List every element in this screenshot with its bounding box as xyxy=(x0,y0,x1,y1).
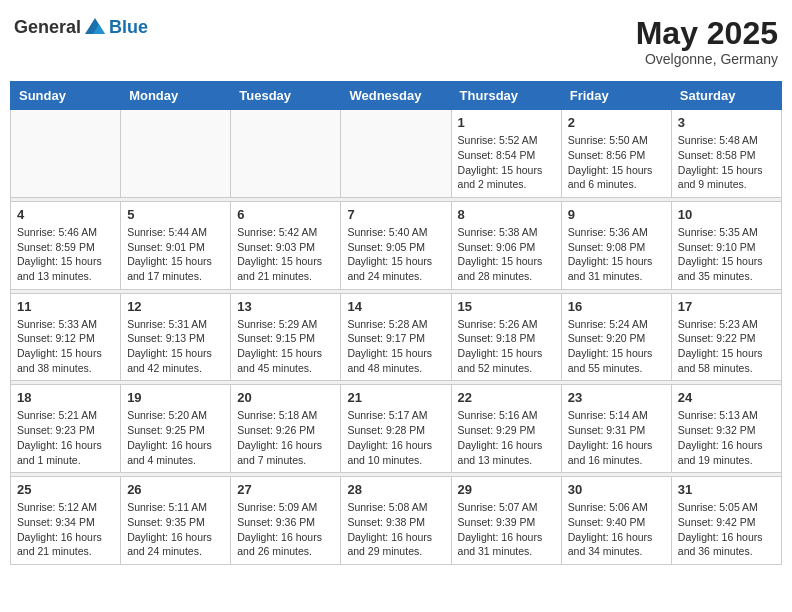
table-row: 30Sunrise: 5:06 AMSunset: 9:40 PMDayligh… xyxy=(561,477,671,565)
day-number: 2 xyxy=(568,115,665,130)
day-number: 17 xyxy=(678,299,775,314)
day-number: 26 xyxy=(127,482,224,497)
header-sunday: Sunday xyxy=(11,82,121,110)
calendar-page: General Blue May 2025 Ovelgonne, Germany… xyxy=(10,10,782,565)
day-number: 6 xyxy=(237,207,334,222)
day-info: Sunrise: 5:13 AMSunset: 9:32 PMDaylight:… xyxy=(678,408,775,467)
day-info: Sunrise: 5:07 AMSunset: 9:39 PMDaylight:… xyxy=(458,500,555,559)
day-number: 27 xyxy=(237,482,334,497)
header-tuesday: Tuesday xyxy=(231,82,341,110)
day-number: 7 xyxy=(347,207,444,222)
table-row: 5Sunrise: 5:44 AMSunset: 9:01 PMDaylight… xyxy=(121,201,231,289)
day-number: 1 xyxy=(458,115,555,130)
day-number: 25 xyxy=(17,482,114,497)
logo-icon xyxy=(83,16,107,38)
table-row: 6Sunrise: 5:42 AMSunset: 9:03 PMDaylight… xyxy=(231,201,341,289)
day-number: 13 xyxy=(237,299,334,314)
day-info: Sunrise: 5:24 AMSunset: 9:20 PMDaylight:… xyxy=(568,317,665,376)
day-number: 23 xyxy=(568,390,665,405)
table-row: 4Sunrise: 5:46 AMSunset: 8:59 PMDaylight… xyxy=(11,201,121,289)
day-info: Sunrise: 5:40 AMSunset: 9:05 PMDaylight:… xyxy=(347,225,444,284)
day-info: Sunrise: 5:35 AMSunset: 9:10 PMDaylight:… xyxy=(678,225,775,284)
week-row-4: 18Sunrise: 5:21 AMSunset: 9:23 PMDayligh… xyxy=(11,385,782,473)
day-info: Sunrise: 5:50 AMSunset: 8:56 PMDaylight:… xyxy=(568,133,665,192)
day-number: 20 xyxy=(237,390,334,405)
table-row: 20Sunrise: 5:18 AMSunset: 9:26 PMDayligh… xyxy=(231,385,341,473)
table-row: 9Sunrise: 5:36 AMSunset: 9:08 PMDaylight… xyxy=(561,201,671,289)
logo: General Blue xyxy=(14,16,148,38)
day-number: 14 xyxy=(347,299,444,314)
day-info: Sunrise: 5:31 AMSunset: 9:13 PMDaylight:… xyxy=(127,317,224,376)
table-row: 2Sunrise: 5:50 AMSunset: 8:56 PMDaylight… xyxy=(561,110,671,198)
day-info: Sunrise: 5:21 AMSunset: 9:23 PMDaylight:… xyxy=(17,408,114,467)
table-row: 25Sunrise: 5:12 AMSunset: 9:34 PMDayligh… xyxy=(11,477,121,565)
day-number: 16 xyxy=(568,299,665,314)
header-saturday: Saturday xyxy=(671,82,781,110)
day-number: 19 xyxy=(127,390,224,405)
day-info: Sunrise: 5:09 AMSunset: 9:36 PMDaylight:… xyxy=(237,500,334,559)
header-wednesday: Wednesday xyxy=(341,82,451,110)
page-header: General Blue May 2025 Ovelgonne, Germany xyxy=(10,10,782,73)
day-info: Sunrise: 5:06 AMSunset: 9:40 PMDaylight:… xyxy=(568,500,665,559)
day-number: 4 xyxy=(17,207,114,222)
title-area: May 2025 Ovelgonne, Germany xyxy=(636,16,778,67)
day-number: 11 xyxy=(17,299,114,314)
day-info: Sunrise: 5:44 AMSunset: 9:01 PMDaylight:… xyxy=(127,225,224,284)
day-info: Sunrise: 5:05 AMSunset: 9:42 PMDaylight:… xyxy=(678,500,775,559)
day-number: 30 xyxy=(568,482,665,497)
table-row: 14Sunrise: 5:28 AMSunset: 9:17 PMDayligh… xyxy=(341,293,451,381)
day-number: 3 xyxy=(678,115,775,130)
day-number: 31 xyxy=(678,482,775,497)
day-info: Sunrise: 5:20 AMSunset: 9:25 PMDaylight:… xyxy=(127,408,224,467)
day-number: 28 xyxy=(347,482,444,497)
day-number: 12 xyxy=(127,299,224,314)
table-row xyxy=(231,110,341,198)
week-row-3: 11Sunrise: 5:33 AMSunset: 9:12 PMDayligh… xyxy=(11,293,782,381)
logo-blue: Blue xyxy=(109,17,148,38)
day-info: Sunrise: 5:14 AMSunset: 9:31 PMDaylight:… xyxy=(568,408,665,467)
day-info: Sunrise: 5:36 AMSunset: 9:08 PMDaylight:… xyxy=(568,225,665,284)
day-info: Sunrise: 5:38 AMSunset: 9:06 PMDaylight:… xyxy=(458,225,555,284)
table-row: 11Sunrise: 5:33 AMSunset: 9:12 PMDayligh… xyxy=(11,293,121,381)
day-number: 10 xyxy=(678,207,775,222)
day-info: Sunrise: 5:12 AMSunset: 9:34 PMDaylight:… xyxy=(17,500,114,559)
day-info: Sunrise: 5:23 AMSunset: 9:22 PMDaylight:… xyxy=(678,317,775,376)
week-row-2: 4Sunrise: 5:46 AMSunset: 8:59 PMDaylight… xyxy=(11,201,782,289)
day-info: Sunrise: 5:42 AMSunset: 9:03 PMDaylight:… xyxy=(237,225,334,284)
location: Ovelgonne, Germany xyxy=(636,51,778,67)
table-row: 16Sunrise: 5:24 AMSunset: 9:20 PMDayligh… xyxy=(561,293,671,381)
month-title: May 2025 xyxy=(636,16,778,51)
day-number: 5 xyxy=(127,207,224,222)
table-row: 26Sunrise: 5:11 AMSunset: 9:35 PMDayligh… xyxy=(121,477,231,565)
table-row xyxy=(121,110,231,198)
logo-general: General xyxy=(14,17,81,38)
table-row: 24Sunrise: 5:13 AMSunset: 9:32 PMDayligh… xyxy=(671,385,781,473)
table-row: 27Sunrise: 5:09 AMSunset: 9:36 PMDayligh… xyxy=(231,477,341,565)
day-info: Sunrise: 5:08 AMSunset: 9:38 PMDaylight:… xyxy=(347,500,444,559)
table-row: 21Sunrise: 5:17 AMSunset: 9:28 PMDayligh… xyxy=(341,385,451,473)
day-info: Sunrise: 5:17 AMSunset: 9:28 PMDaylight:… xyxy=(347,408,444,467)
table-row: 13Sunrise: 5:29 AMSunset: 9:15 PMDayligh… xyxy=(231,293,341,381)
table-row xyxy=(11,110,121,198)
week-row-1: 1Sunrise: 5:52 AMSunset: 8:54 PMDaylight… xyxy=(11,110,782,198)
day-info: Sunrise: 5:52 AMSunset: 8:54 PMDaylight:… xyxy=(458,133,555,192)
table-row: 17Sunrise: 5:23 AMSunset: 9:22 PMDayligh… xyxy=(671,293,781,381)
header-thursday: Thursday xyxy=(451,82,561,110)
day-info: Sunrise: 5:33 AMSunset: 9:12 PMDaylight:… xyxy=(17,317,114,376)
day-number: 15 xyxy=(458,299,555,314)
day-number: 29 xyxy=(458,482,555,497)
day-number: 18 xyxy=(17,390,114,405)
day-info: Sunrise: 5:16 AMSunset: 9:29 PMDaylight:… xyxy=(458,408,555,467)
table-row: 1Sunrise: 5:52 AMSunset: 8:54 PMDaylight… xyxy=(451,110,561,198)
day-info: Sunrise: 5:26 AMSunset: 9:18 PMDaylight:… xyxy=(458,317,555,376)
table-row: 8Sunrise: 5:38 AMSunset: 9:06 PMDaylight… xyxy=(451,201,561,289)
table-row: 31Sunrise: 5:05 AMSunset: 9:42 PMDayligh… xyxy=(671,477,781,565)
table-row: 28Sunrise: 5:08 AMSunset: 9:38 PMDayligh… xyxy=(341,477,451,565)
day-number: 9 xyxy=(568,207,665,222)
table-row: 10Sunrise: 5:35 AMSunset: 9:10 PMDayligh… xyxy=(671,201,781,289)
day-info: Sunrise: 5:28 AMSunset: 9:17 PMDaylight:… xyxy=(347,317,444,376)
weekday-header-row: Sunday Monday Tuesday Wednesday Thursday… xyxy=(11,82,782,110)
day-number: 8 xyxy=(458,207,555,222)
day-number: 22 xyxy=(458,390,555,405)
day-info: Sunrise: 5:18 AMSunset: 9:26 PMDaylight:… xyxy=(237,408,334,467)
